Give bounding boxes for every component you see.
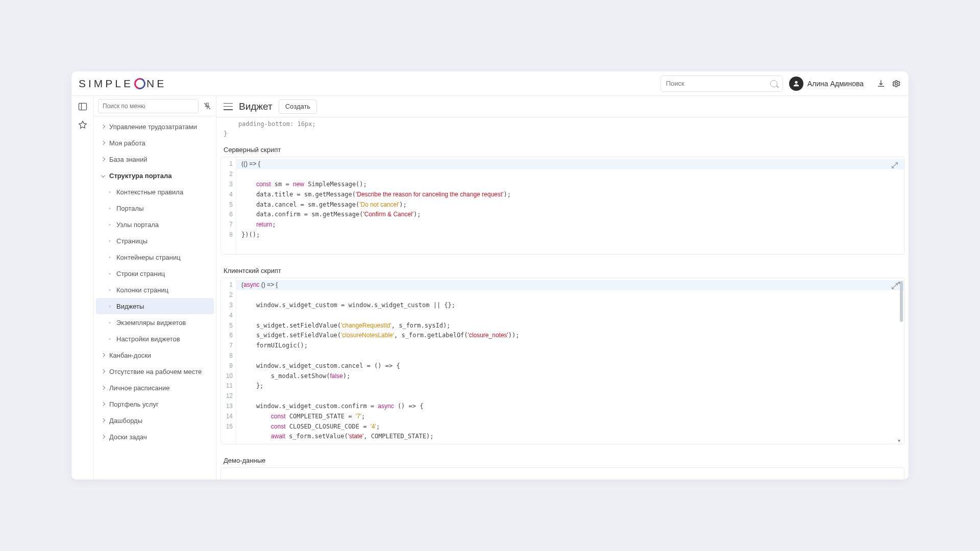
menu-search-input[interactable] — [98, 99, 199, 113]
line-gutter: 123456789101112131415 — [221, 278, 236, 444]
logo-text-post: NE — [146, 78, 166, 90]
download-icon[interactable] — [876, 79, 886, 89]
main-content: Виджет Создать padding-bottom: 16px; } С… — [216, 96, 909, 480]
svg-point-1 — [895, 82, 898, 85]
sidebar-item[interactable]: •Строки страниц — [94, 265, 216, 282]
server-script-label: Серверный скрипт — [216, 141, 909, 157]
css-tail-stub: padding-bottom: 16px; } — [216, 117, 909, 141]
avatar[interactable] — [789, 77, 803, 91]
scrollbar[interactable] — [900, 281, 903, 434]
sidebar-item[interactable]: •Настройки виджетов — [94, 331, 216, 347]
global-search-input[interactable] — [666, 80, 770, 87]
sidebar-item[interactable]: •Узлы портала — [94, 216, 216, 233]
gear-icon[interactable] — [891, 79, 901, 89]
sidebar-item[interactable]: Канбан-доски — [94, 347, 216, 363]
logo-text-pre: SIMPLE — [79, 78, 133, 90]
topbar: SIMPLE NE Алина Админова — [71, 71, 909, 96]
sidebar-item[interactable]: •Колонки страниц — [94, 282, 216, 298]
sidebar-item[interactable]: •Страницы — [94, 233, 216, 249]
panel-toggle-icon[interactable] — [77, 101, 88, 112]
app-window: SIMPLE NE Алина Админова — [71, 71, 909, 480]
search-icon — [770, 80, 777, 87]
left-rail — [71, 96, 94, 480]
demo-data-editor[interactable] — [220, 467, 904, 480]
sidebar-item[interactable]: Личное расписание — [94, 380, 216, 396]
sidebar-item[interactable]: •Порталы — [94, 200, 216, 216]
create-button[interactable]: Создать — [279, 99, 317, 114]
global-search[interactable] — [660, 76, 783, 92]
sidebar-item[interactable]: Портфель услуг — [94, 396, 216, 412]
sidebar-item[interactable]: •Экземпляры виджетов — [94, 314, 216, 331]
sidebar-item[interactable]: Управление трудозатратами — [94, 118, 216, 135]
line-gutter: 12345678 — [221, 157, 236, 254]
sidebar: Управление трудозатратамиМоя работаБаза … — [94, 96, 216, 480]
burger-icon[interactable] — [224, 103, 233, 110]
client-script-editor[interactable]: ▴ ▾ 123456789101112131415 (async () => {… — [220, 278, 904, 444]
page-title: Виджет — [239, 101, 273, 112]
sidebar-item-expanded[interactable]: Структура портала — [94, 167, 216, 184]
expand-icon[interactable] — [891, 161, 899, 169]
demo-data-label: Демо-данные — [216, 452, 909, 467]
svg-point-0 — [795, 81, 797, 83]
sidebar-item[interactable]: •Контекстные правила — [94, 184, 216, 200]
logo: SIMPLE NE — [79, 78, 166, 90]
sidebar-item[interactable]: Дашборды — [94, 412, 216, 429]
content-header: Виджет Создать — [216, 96, 909, 117]
nav-tree: Управление трудозатратамиМоя работаБаза … — [94, 116, 216, 480]
sidebar-item[interactable]: Доски задач — [94, 429, 216, 445]
client-script-label: Клиентский скрипт — [216, 262, 909, 278]
scroll-down-icon[interactable]: ▾ — [898, 438, 903, 443]
logo-ring-icon — [132, 76, 148, 91]
svg-rect-2 — [79, 103, 86, 110]
star-icon[interactable] — [77, 119, 88, 131]
sidebar-item[interactable]: Моя работа — [94, 135, 216, 151]
sidebar-item[interactable]: •Контейнеры страниц — [94, 249, 216, 265]
sidebar-item[interactable]: База знаний — [94, 151, 216, 167]
unpin-icon[interactable] — [203, 102, 212, 111]
code-area[interactable]: (() => { const sm = new SimpleMessage();… — [236, 157, 904, 254]
username[interactable]: Алина Админова — [807, 80, 864, 88]
code-area[interactable]: (async () => { window.s_widget_custom = … — [236, 278, 904, 444]
sidebar-item-active[interactable]: •Виджеты — [96, 298, 214, 314]
server-script-editor[interactable]: 12345678 (() => { const sm = new SimpleM… — [220, 157, 904, 255]
sidebar-item[interactable]: Отсутствие на рабочем месте — [94, 363, 216, 380]
